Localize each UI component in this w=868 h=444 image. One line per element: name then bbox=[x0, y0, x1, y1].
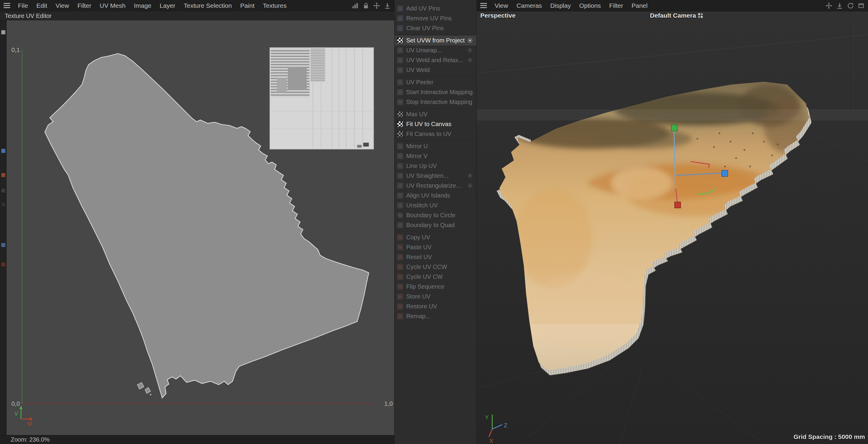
viewport-view-label[interactable]: Perspective bbox=[480, 12, 516, 19]
dock-swatch-0[interactable] bbox=[1, 30, 6, 35]
command-fit-canvas-to-uv[interactable]: Fit Canvas to UV bbox=[395, 129, 476, 139]
hamburger-menu-icon[interactable] bbox=[0, 3, 14, 8]
menu-item-uv-mesh[interactable]: UV Mesh bbox=[96, 2, 130, 9]
menu-item-layer[interactable]: Layer bbox=[156, 2, 180, 9]
command-mirror-v[interactable]: Mirror V bbox=[395, 151, 476, 161]
camera-grid-icon[interactable] bbox=[698, 13, 703, 18]
command-label: Unstitch UV bbox=[406, 202, 438, 209]
move-icon[interactable] bbox=[825, 2, 833, 9]
command-uv-rectangularize[interactable]: UV Rectangularize... bbox=[395, 181, 476, 190]
command-start-interactive-mapping[interactable]: Start Interactive Mapping bbox=[395, 87, 476, 97]
command-separator bbox=[396, 34, 475, 35]
uv-canvas[interactable]: 0,1 0,0 1,0 V U bbox=[7, 20, 394, 435]
menu-item-display[interactable]: Display bbox=[546, 2, 575, 9]
command-label: UV Weld bbox=[406, 67, 430, 73]
gear-icon[interactable] bbox=[468, 174, 472, 178]
remap-icon bbox=[397, 313, 403, 319]
menu-item-options[interactable]: Options bbox=[575, 2, 605, 9]
mirror-icon bbox=[397, 153, 403, 159]
checker-dim-icon bbox=[397, 111, 403, 117]
dock-swatch-5[interactable] bbox=[1, 243, 6, 247]
dock-swatch-3[interactable] bbox=[1, 188, 6, 193]
checker-icon bbox=[397, 37, 403, 43]
gear-icon[interactable] bbox=[468, 58, 472, 62]
command-clear-uv-pins[interactable]: Clear UV Pins bbox=[395, 23, 476, 33]
menu-item-filter[interactable]: Filter bbox=[73, 2, 96, 9]
gear-icon[interactable] bbox=[468, 38, 472, 43]
pin-remove-icon bbox=[397, 15, 403, 22]
viewport-haze-band bbox=[477, 109, 868, 120]
menu-item-filter[interactable]: Filter bbox=[605, 2, 627, 9]
download-icon[interactable] bbox=[383, 2, 391, 9]
store-icon bbox=[397, 293, 403, 300]
command-unstitch-uv[interactable]: Unstitch UV bbox=[395, 201, 476, 210]
command-line-up-uv[interactable]: Line Up UV bbox=[395, 161, 476, 171]
command-uv-straighten[interactable]: UV Straighten... bbox=[395, 171, 476, 181]
flip-icon bbox=[397, 284, 403, 290]
move-icon[interactable] bbox=[373, 2, 380, 9]
menu-item-view[interactable]: View bbox=[491, 2, 512, 9]
menu-item-textures[interactable]: Textures bbox=[259, 2, 291, 9]
command-flip-sequence[interactable]: Flip Sequence bbox=[395, 282, 476, 292]
command-add-uv-pins[interactable]: Add UV Pins bbox=[395, 4, 476, 13]
gizmo-handle-y[interactable] bbox=[671, 125, 677, 131]
command-label: Add UV Pins bbox=[406, 5, 440, 12]
command-uv-peeler[interactable]: UV Peeler bbox=[395, 78, 476, 87]
command-mirror-u[interactable]: Mirror U bbox=[395, 141, 476, 151]
command-label: Boundary to Quad bbox=[406, 222, 455, 229]
menu-item-image[interactable]: Image bbox=[130, 2, 155, 9]
command-uv-weld-and-relax[interactable]: UV Weld and Relax... bbox=[395, 55, 476, 65]
command-restore-uv[interactable]: Restore UV bbox=[395, 301, 476, 311]
unwrap-icon bbox=[397, 47, 403, 54]
texture-preview[interactable] bbox=[270, 48, 374, 149]
dock-swatch-6[interactable] bbox=[1, 262, 6, 267]
menu-item-edit[interactable]: Edit bbox=[32, 2, 51, 9]
menu-item-view[interactable]: View bbox=[51, 2, 73, 9]
command-cycle-uv-ccw[interactable]: Cycle UV CCW bbox=[395, 262, 476, 272]
histogram-icon[interactable] bbox=[351, 2, 359, 9]
dock-swatch-1[interactable] bbox=[1, 148, 6, 153]
command-uv-unwrap[interactable]: UV Unwrap... bbox=[395, 46, 476, 55]
viewport-scene[interactable]: Y Z X bbox=[477, 11, 868, 444]
command-set-uvw-from-projection[interactable]: Set UVW from Projection... bbox=[395, 35, 476, 46]
viewport-camera-label[interactable]: Default Camera bbox=[650, 12, 703, 19]
command-copy-uv[interactable]: Copy UV bbox=[395, 233, 476, 242]
gear-icon[interactable] bbox=[468, 183, 472, 188]
command-label: UV Unwrap... bbox=[406, 47, 442, 54]
menu-item-paint[interactable]: Paint bbox=[236, 2, 259, 9]
gizmo-handle-z[interactable] bbox=[722, 170, 727, 176]
dock-swatch-2[interactable] bbox=[1, 173, 6, 177]
menu-item-file[interactable]: File bbox=[14, 2, 32, 9]
interactive-stop-icon bbox=[397, 99, 403, 105]
viewport-3d[interactable]: ViewCamerasDisplayOptionsFilterPanel Per… bbox=[477, 0, 868, 444]
command-remap[interactable]: Remap... bbox=[395, 311, 476, 321]
command-reset-uv[interactable]: Reset UV bbox=[395, 252, 476, 262]
unstitch-icon bbox=[397, 202, 403, 209]
command-label: UV Straighten... bbox=[406, 172, 448, 179]
download-icon[interactable] bbox=[836, 2, 843, 9]
command-align-uv-islands[interactable]: Align UV Islands bbox=[395, 190, 476, 201]
command-boundary-to-quad[interactable]: Boundary to Quad bbox=[395, 220, 476, 230]
gear-icon[interactable] bbox=[468, 48, 472, 53]
command-boundary-to-circle[interactable]: Boundary to Circle bbox=[395, 210, 476, 220]
menu-item-texture-selection[interactable]: Texture Selection bbox=[180, 2, 236, 9]
command-remove-uv-pins[interactable]: Remove UV Pins bbox=[395, 13, 476, 23]
lock-icon[interactable] bbox=[362, 2, 370, 9]
command-cycle-uv-cw[interactable]: Cycle UV CW bbox=[395, 272, 476, 282]
command-stop-interactive-mapping[interactable]: Stop Interactive Mapping bbox=[395, 97, 476, 107]
uv-editor-menubar-icons bbox=[351, 2, 394, 9]
hamburger-menu-icon[interactable] bbox=[477, 3, 491, 8]
menu-item-panel[interactable]: Panel bbox=[627, 2, 652, 9]
command-max-uv[interactable]: Max UV bbox=[395, 109, 476, 119]
dock-swatch-4[interactable] bbox=[1, 202, 6, 207]
gizmo-handle-x[interactable] bbox=[675, 202, 680, 208]
menu-item-cameras[interactable]: Cameras bbox=[512, 2, 546, 9]
rotate-icon[interactable] bbox=[846, 2, 854, 9]
uv-editor-status-bar: Zoom: 236.0% bbox=[0, 435, 394, 444]
maximize-icon[interactable] bbox=[857, 2, 865, 9]
command-fit-uv-to-canvas[interactable]: Fit UV to Canvas bbox=[395, 119, 476, 129]
command-paste-uv[interactable]: Paste UV bbox=[395, 242, 476, 252]
command-uv-weld[interactable]: UV Weld bbox=[395, 65, 476, 75]
axis-label-y: Y bbox=[485, 414, 489, 420]
command-store-uv[interactable]: Store UV bbox=[395, 292, 476, 301]
